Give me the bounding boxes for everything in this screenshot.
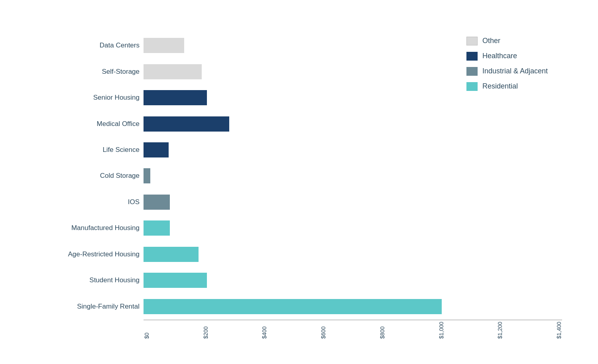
x-tick-label: $200 <box>203 322 209 339</box>
x-tick-label: $800 <box>379 322 386 339</box>
bar-label: Senior Housing <box>20 94 144 102</box>
bar-row: Manufactured Housing <box>20 218 450 238</box>
bar-track <box>144 270 450 291</box>
bar-row: Medical Office <box>20 114 450 134</box>
bar-rect <box>144 90 207 105</box>
x-axis-wrapper: $0$200$400$600$800$1,000$1,200$1,400 <box>144 320 562 339</box>
legend-swatch <box>466 82 478 91</box>
bar-label: Life Science <box>20 146 144 154</box>
bar-rect <box>144 116 229 132</box>
x-tick-label: $600 <box>320 322 327 339</box>
bar-track <box>144 218 450 238</box>
legend-swatch <box>466 52 478 61</box>
bar-row: Life Science <box>20 140 450 160</box>
bar-row: Age-Restricted Housing <box>20 244 450 265</box>
bar-track <box>144 165 450 186</box>
chart-body: Data CentersSelf-StorageSenior HousingMe… <box>20 33 562 320</box>
bar-rect <box>144 195 170 210</box>
x-tick-label: $1,200 <box>497 322 503 339</box>
bar-label: Medical Office <box>20 120 144 128</box>
x-axis-labels: $0$200$400$600$800$1,000$1,200$1,400 <box>144 320 562 339</box>
legend-label: Residential <box>482 82 518 91</box>
bar-label: IOS <box>20 198 144 206</box>
bar-label: Age-Restricted Housing <box>20 250 144 258</box>
chart-container: Data CentersSelf-StorageSenior HousingMe… <box>20 13 578 352</box>
bar-label: Single-Family Rental <box>20 303 144 311</box>
bar-rect <box>144 299 442 314</box>
legend-item: Industrial & Adjacent <box>466 67 562 76</box>
bar-rect <box>144 38 184 53</box>
bar-row: Self-Storage <box>20 61 450 82</box>
bar-track <box>144 192 450 212</box>
legend-item: Healthcare <box>466 52 562 61</box>
bar-track <box>144 140 450 160</box>
legend-area: OtherHealthcareIndustrial & AdjacentResi… <box>450 33 562 320</box>
x-tick-label: $1,400 <box>556 322 562 339</box>
legend-label: Healthcare <box>482 52 517 60</box>
bar-row: Cold Storage <box>20 165 450 186</box>
bar-row: Senior Housing <box>20 87 450 108</box>
bar-track <box>144 87 450 108</box>
x-tick-label: $1,000 <box>438 322 445 339</box>
bar-label: Cold Storage <box>20 172 144 180</box>
bar-track <box>144 296 450 317</box>
bar-track <box>144 114 450 134</box>
x-tick-label: $0 <box>144 322 150 339</box>
bar-rect <box>144 247 199 262</box>
legend-label: Industrial & Adjacent <box>482 67 548 75</box>
bar-rect <box>144 142 169 157</box>
bar-rect <box>144 273 207 288</box>
bar-track <box>144 244 450 265</box>
bar-row: IOS <box>20 192 450 212</box>
legend-swatch <box>466 67 478 76</box>
legend-item: Other <box>466 37 562 45</box>
bar-rect <box>144 168 150 183</box>
bar-row: Data Centers <box>20 35 450 56</box>
x-tick-label: $400 <box>261 322 268 339</box>
legend-label: Other <box>482 37 500 45</box>
bar-row: Student Housing <box>20 270 450 291</box>
bars-area: Data CentersSelf-StorageSenior HousingMe… <box>20 33 450 320</box>
bar-track <box>144 61 450 82</box>
legend-item: Residential <box>466 82 562 91</box>
bar-rect <box>144 220 170 236</box>
legend-swatch <box>466 37 478 45</box>
bar-label: Manufactured Housing <box>20 224 144 232</box>
bar-row: Single-Family Rental <box>20 296 450 317</box>
bar-track <box>144 35 450 56</box>
bar-label: Student Housing <box>20 276 144 284</box>
bar-rect <box>144 64 202 79</box>
bar-label: Self-Storage <box>20 68 144 76</box>
bar-label: Data Centers <box>20 41 144 49</box>
